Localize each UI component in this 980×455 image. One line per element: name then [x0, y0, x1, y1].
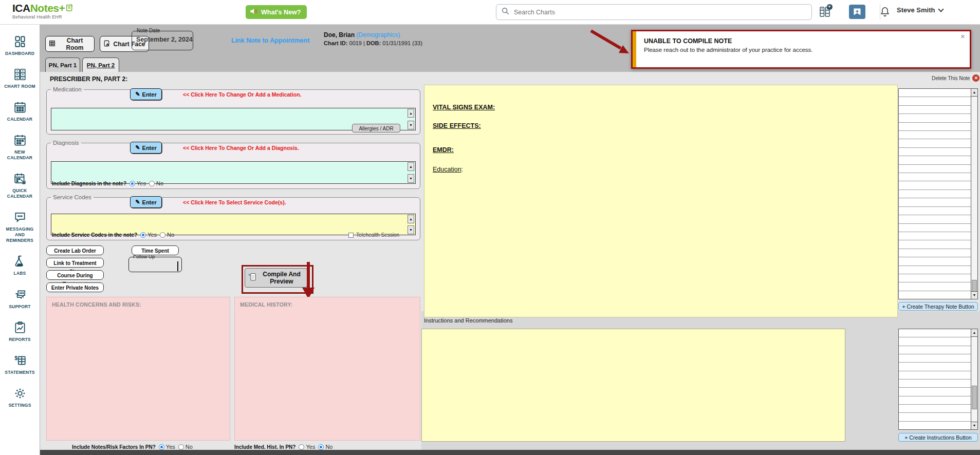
scroll-up-icon[interactable]: ▲ [408, 162, 414, 171]
course-during-treatment-button[interactable]: Course During Treatment [46, 270, 104, 280]
create-instructions-button[interactable]: + Create Instructions Button [898, 433, 978, 442]
list-item[interactable] [899, 266, 971, 274]
allergies-adr-button[interactable]: Allergies / ADR [352, 124, 400, 132]
sidebar-item-quick-calendar[interactable]: QUICK CALENDAR [0, 172, 40, 199]
list-item[interactable] [899, 388, 971, 396]
tab-pn-part-2[interactable]: PN, Part 2 [82, 58, 119, 72]
list-item[interactable] [899, 371, 971, 380]
notifications-bell-icon[interactable] [876, 4, 894, 20]
list-item[interactable] [899, 148, 971, 156]
list-item[interactable] [899, 282, 971, 291]
scroll-down-icon[interactable]: ▼ [971, 422, 977, 429]
note-preview-panel[interactable]: VITAL SIGNS EXAM: SIDE EFFECTS: EMDR: Ed… [424, 85, 898, 317]
list-item[interactable] [899, 396, 971, 405]
close-icon[interactable]: ✕ [960, 33, 965, 40]
list-item[interactable] [899, 215, 971, 223]
list-item[interactable] [899, 207, 971, 215]
list-item[interactable] [899, 165, 971, 173]
compile-and-preview-button[interactable]: Compile And Preview [245, 268, 307, 288]
include-med-hist-yes-radio[interactable]: Yes [299, 444, 315, 450]
scroll-down-icon[interactable]: ▼ [408, 121, 414, 129]
list-item[interactable] [899, 354, 971, 363]
list-item[interactable] [899, 114, 971, 122]
service-codes-yes-radio[interactable]: Yes [140, 232, 157, 238]
list-item[interactable] [899, 380, 971, 388]
link-to-treatment-plan-button[interactable]: Link to Treatment Plan [46, 258, 104, 268]
list-item[interactable] [899, 190, 971, 198]
sidebar-item-labs[interactable]: LABS [0, 255, 40, 276]
link-note-to-appointment[interactable]: Link Note to Appointment [231, 37, 309, 44]
list-item[interactable] [899, 413, 971, 421]
sidebar-item-statements[interactable]: $ STATEMENTS [0, 354, 40, 375]
list-item[interactable] [899, 249, 971, 257]
scroll-down-icon[interactable]: ▼ [408, 225, 414, 234]
follow-up-select[interactable]: Follow Up [128, 257, 182, 272]
list-scrollbar[interactable]: ▲ ▼ [971, 89, 977, 299]
search-input[interactable] [513, 8, 806, 16]
create-lab-order-button[interactable]: Create Lab Order [46, 245, 104, 255]
sidebar-item-settings[interactable]: SETTINGS [0, 387, 40, 408]
scroll-down-icon[interactable]: ▼ [408, 174, 414, 183]
list-item[interactable] [899, 123, 971, 131]
scroll-up-icon[interactable]: ▲ [408, 109, 414, 118]
medication-enter-button[interactable]: ✎Enter [130, 88, 162, 100]
diagnosis-yes-radio[interactable]: Yes [130, 180, 146, 186]
instructions-button-list[interactable]: ▲ ▼ [898, 329, 978, 430]
scroll-up-icon[interactable]: ▲ [971, 89, 977, 97]
list-item[interactable] [899, 89, 971, 97]
sidebar-item-calendar[interactable]: CALENDAR [0, 101, 40, 122]
scroll-up-icon[interactable]: ▲ [971, 329, 977, 337]
sidebar-item-dashboard[interactable]: DASHBOARD [0, 35, 40, 56]
list-item[interactable] [899, 97, 971, 105]
list-item[interactable] [899, 337, 971, 346]
instructions-field[interactable] [421, 329, 845, 442]
diagnosis-no-radio[interactable]: No [149, 180, 163, 186]
list-item[interactable] [899, 274, 971, 282]
sidebar-item-support[interactable]: SUPPORT [0, 288, 40, 310]
list-item[interactable] [899, 106, 971, 114]
list-item[interactable] [899, 422, 971, 429]
demographics-link[interactable]: (Demographics) [356, 31, 400, 39]
list-item[interactable] [899, 405, 971, 413]
chart-room-button[interactable]: Chart Room [45, 36, 95, 52]
whats-new-button[interactable]: What's New? [246, 5, 307, 19]
list-item[interactable] [899, 198, 971, 206]
new-chart-icon[interactable]: + [816, 4, 834, 20]
list-item[interactable] [899, 291, 971, 299]
create-therapy-note-button[interactable]: + Create Therapy Note Button [898, 302, 978, 311]
delete-this-note-button[interactable]: Delete This Note ✕ [932, 74, 979, 82]
list-item[interactable] [899, 232, 971, 240]
list-item[interactable] [899, 346, 971, 354]
list-item[interactable] [899, 181, 971, 189]
user-menu[interactable]: Steve Smith [897, 6, 943, 14]
include-med-hist-no-radio[interactable]: No [318, 444, 332, 450]
sidebar-item-messaging[interactable]: MESSAGING AND REMINDERS [0, 211, 40, 243]
sidebar-item-new-calendar[interactable]: NEW CALENDAR [0, 134, 40, 161]
list-item[interactable] [899, 139, 971, 147]
therapy-note-button-list[interactable]: ▲ ▼ [898, 88, 978, 299]
list-item[interactable] [899, 131, 971, 139]
scrollbar-thumb[interactable] [972, 386, 977, 409]
telehealth-session-checkbox[interactable]: Telehealth Session [348, 232, 399, 238]
list-item[interactable] [899, 224, 971, 232]
list-item[interactable] [899, 173, 971, 181]
list-scrollbar[interactable]: ▲ ▼ [971, 329, 977, 429]
list-item[interactable] [899, 156, 971, 164]
service-codes-no-radio[interactable]: No [160, 232, 174, 238]
list-item[interactable] [899, 329, 971, 337]
diagnosis-enter-button[interactable]: ✎Enter [130, 142, 162, 154]
sidebar-item-reports[interactable]: REPORTS [0, 321, 40, 343]
list-item[interactable] [899, 257, 971, 266]
bookmark-add-icon[interactable] [849, 5, 865, 19]
service-codes-enter-button[interactable]: ✎Enter [130, 196, 162, 208]
include-notes-no-radio[interactable]: No [178, 444, 193, 450]
include-notes-yes-radio[interactable]: Yes [159, 444, 175, 450]
medical-history-panel[interactable]: MEDICAL HISTORY: [234, 297, 420, 441]
list-item[interactable] [899, 240, 971, 249]
scroll-down-icon[interactable]: ▼ [971, 291, 977, 299]
list-item[interactable] [899, 363, 971, 371]
enter-private-notes-button[interactable]: Enter Private Notes [46, 282, 104, 292]
scroll-up-icon[interactable]: ▲ [408, 215, 414, 223]
tab-pn-part-1[interactable]: PN, Part 1 [45, 58, 80, 72]
note-date-field[interactable]: Note Date September 2, 2024 [132, 31, 193, 50]
